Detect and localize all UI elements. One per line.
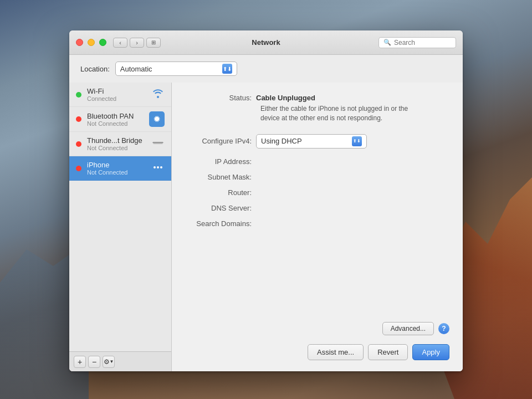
location-label: Location: (80, 65, 110, 73)
thunderbolt-icon (151, 138, 165, 150)
configure-row: Configure IPv4: Using DHCP ⬆⬇ (185, 134, 449, 149)
status-label: Status: (185, 94, 252, 102)
location-select-text: Automatic (120, 65, 152, 73)
status-description: Either the cable for iPhone is not plugg… (260, 104, 416, 123)
grid-icon: ⊞ (151, 39, 156, 45)
status-row: Status: Cable Unplugged (185, 94, 449, 102)
status-dot-iphone (76, 166, 81, 171)
dns-server-row: DNS Server: (185, 204, 449, 213)
svg-point-3 (157, 166, 159, 168)
close-button[interactable] (76, 39, 83, 46)
nav-buttons: ‹ › (113, 38, 144, 48)
network-item-bluetooth[interactable]: Bluetooth PAN Not Connected ✹ (69, 107, 171, 132)
revert-button[interactable]: Revert (368, 344, 408, 360)
router-label: Router: (185, 188, 252, 197)
status-section: Status: Cable Unplugged Either the cable… (185, 94, 449, 123)
configure-label: Configure IPv4: (185, 137, 252, 145)
search-domains-label: Search Domains: (185, 219, 252, 228)
search-icon: 🔍 (383, 39, 391, 46)
bottom-section: Advanced... ? Assist me... Revert Apply (185, 322, 449, 360)
sidebar-toolbar: + − ⚙ ▼ (69, 351, 171, 371)
gear-dropdown-icon: ▼ (110, 359, 114, 364)
network-status-iphone: Not Connected (87, 169, 146, 176)
network-name-thunderbolt: Thunde...t Bridge (87, 136, 146, 145)
detail-panel: Status: Cable Unplugged Either the cable… (172, 83, 463, 371)
titlebar: ‹ › ⊞ Network 🔍 (69, 30, 463, 55)
wifi-icon (151, 88, 165, 101)
advanced-row: Advanced... ? (185, 322, 449, 335)
remove-network-button[interactable]: − (88, 356, 100, 368)
network-item-thunderbolt[interactable]: Thunde...t Bridge Not Connected (69, 132, 171, 156)
bluetooth-icon: ✹ (149, 111, 165, 127)
status-dot-bluetooth (76, 116, 81, 122)
forward-icon: › (136, 39, 138, 46)
search-domains-row: Search Domains: (185, 219, 449, 228)
network-sidebar: Wi-Fi Connected Blueto (69, 83, 172, 371)
help-button[interactable]: ? (438, 323, 449, 334)
svg-point-4 (160, 166, 162, 168)
configure-select-arrow-icon: ⬆⬇ (352, 136, 362, 146)
assist-me-button[interactable]: Assist me... (308, 344, 364, 360)
add-icon: + (78, 357, 82, 366)
status-value: Cable Unplugged (256, 94, 315, 102)
network-list: Wi-Fi Connected Blueto (69, 83, 171, 351)
add-network-button[interactable]: + (74, 356, 86, 368)
back-button[interactable]: ‹ (113, 38, 127, 48)
configure-ipv4-select[interactable]: Using DHCP ⬆⬇ (256, 134, 367, 149)
remove-icon: − (92, 357, 96, 366)
location-bar: Location: Automatic ⬆⬇ (69, 55, 463, 83)
ip-address-row: IP Address: (185, 157, 449, 166)
window-title: Network (252, 38, 280, 47)
configure-select-text: Using DHCP (261, 137, 302, 145)
apply-button[interactable]: Apply (412, 344, 449, 360)
search-input[interactable] (394, 39, 451, 47)
gear-icon: ⚙ (104, 358, 110, 366)
network-status-bluetooth: Not Connected (87, 120, 144, 127)
dns-server-label: DNS Server: (185, 204, 252, 212)
location-select[interactable]: Automatic ⬆⬇ (115, 62, 237, 76)
maximize-button[interactable] (99, 39, 106, 46)
search-box[interactable]: 🔍 (378, 37, 456, 48)
main-content: Wi-Fi Connected Blueto (69, 83, 463, 371)
back-icon: ‹ (119, 39, 121, 46)
network-status-thunderbolt: Not Connected (87, 145, 146, 151)
ip-address-label: IP Address: (185, 157, 252, 166)
forward-button[interactable]: › (130, 38, 144, 48)
network-name-bluetooth: Bluetooth PAN (87, 112, 144, 120)
minimize-button[interactable] (88, 39, 95, 46)
network-name-iphone: iPhone (87, 161, 146, 169)
router-row: Router: (185, 188, 449, 197)
iphone-connection-icon (151, 162, 165, 175)
settings-button[interactable]: ⚙ ▼ (103, 356, 115, 368)
network-preferences-window: ‹ › ⊞ Network 🔍 Location: Automatic ⬆⬇ (69, 30, 463, 371)
advanced-button[interactable]: Advanced... (382, 322, 434, 335)
location-select-arrow-icon: ⬆⬇ (222, 64, 232, 74)
svg-point-2 (154, 166, 156, 168)
subnet-mask-label: Subnet Mask: (185, 173, 252, 181)
traffic-lights (76, 39, 106, 46)
network-item-wifi[interactable]: Wi-Fi Connected (69, 83, 171, 107)
network-item-iphone[interactable]: iPhone Not Connected (69, 156, 171, 181)
action-buttons: Assist me... Revert Apply (185, 344, 449, 360)
network-status-wifi: Connected (87, 95, 146, 102)
subnet-mask-row: Subnet Mask: (185, 173, 449, 182)
status-dot-wifi (76, 92, 81, 98)
status-dot-thunderbolt (76, 141, 81, 147)
network-name-wifi: Wi-Fi (87, 87, 146, 95)
grid-button[interactable]: ⊞ (146, 38, 161, 48)
